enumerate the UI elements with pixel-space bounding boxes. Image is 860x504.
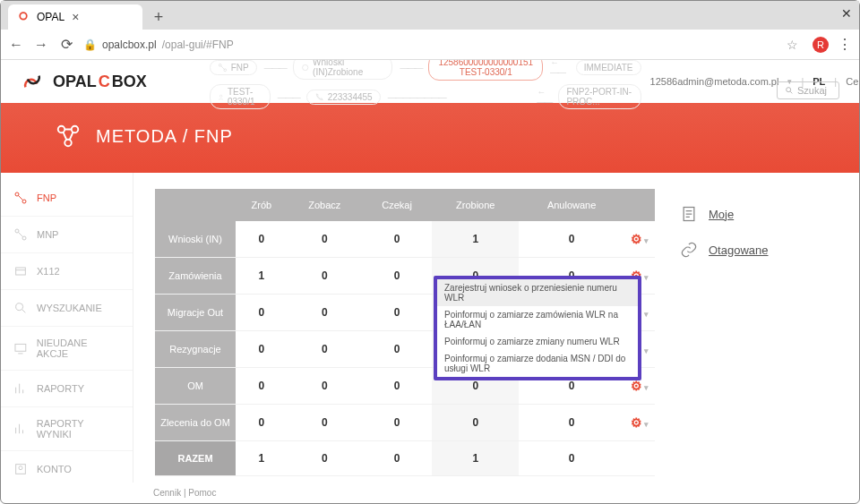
breadcrumb: FNP ——— Wnioski (IN)Zrobione ——— 1258600… [156,60,641,109]
app-header: OPALCBOX FNP ——— Wnioski (IN)Zrobione ——… [1,60,859,103]
sidebar-item-fnp[interactable]: FNP [1,180,133,217]
sidebar-icon [13,381,28,396]
module-icon [55,123,82,149]
gear-icon: ⚙▾ [631,415,649,430]
cell[interactable]: 0 [362,368,432,405]
cell[interactable]: 1 [236,258,288,295]
cell[interactable]: 0 [362,331,432,368]
window-close-icon[interactable]: ✕ [841,6,852,21]
cell[interactable]: 0 [362,221,432,258]
row-label: Wnioski (IN) [155,221,236,258]
sidebar-item-wyszukanie[interactable]: WYSZUKANIE [1,290,133,327]
url-host: opalcbox.pl [102,38,157,51]
sidebar-item-konto[interactable]: KONTO [1,451,133,483]
cell[interactable]: 0 [288,258,362,295]
chip-center[interactable]: 1258600000000000151TEST-0330/1 [428,60,543,81]
sidebar: FNPMNPX112WYSZUKANIENIEUDANE AKCJERAPORT… [1,173,133,483]
col-header: Zobacz [288,189,362,221]
sidebar-item-nieudane-akcje[interactable]: NIEUDANE AKCJE [1,327,133,371]
cell[interactable]: 0 [519,405,624,441]
cell[interactable]: 0 [288,331,362,368]
gear-icon: ⚙▾ [631,232,649,246]
otagowane-link[interactable]: Otagowane [676,232,838,268]
dropdown-item[interactable]: Poinformuj o zamiarze dodania MSN / DDI … [437,350,638,377]
sidebar-icon [13,462,28,476]
chip-wnioski[interactable]: Wnioski (IN)Zrobione [293,60,393,80]
col-header: Anulowane [519,189,624,221]
row-label: Migracje Out [155,295,236,331]
right-panel: Moje Otagowane [676,189,838,479]
tab-title: OPAL [37,11,64,23]
forward-icon[interactable]: → [33,37,49,53]
url-field[interactable]: 🔒 opalcbox.pl/opal-gui/#FNP [83,38,778,51]
svg-point-7 [64,140,72,147]
svg-point-16 [19,466,22,470]
cell: 0 [288,441,362,476]
cell[interactable]: 0 [432,405,519,441]
sidebar-icon [13,264,28,278]
sidebar-icon [13,191,28,205]
chip-phone[interactable]: 223334455 [306,90,381,105]
sidebar-icon [13,341,28,355]
dropdown-item[interactable]: Poinformuj o zamiarze zamówienia WLR na … [437,306,638,333]
browser-addressbar: ← → ⟳ 🔒 opalcbox.pl/opal-gui/#FNP ☆ R ⋮ [1,30,859,60]
moje-link[interactable]: Moje [676,196,838,232]
sidebar-item-raporty[interactable]: RAPORTY [1,371,133,407]
arrow-icon: ←—— [537,87,551,107]
svg-rect-12 [16,268,26,275]
row-actions[interactable]: ⚙▾ [624,221,655,258]
sidebar-icon [13,227,28,242]
sidebar-icon [13,422,28,436]
dropdown-item[interactable]: Zarejestruj wniosek o przeniesienie nume… [437,279,638,306]
sidebar-icon [13,301,28,315]
chip-immediate[interactable]: IMMEDIATE [576,60,641,75]
back-icon[interactable]: ← [8,37,24,53]
cell[interactable]: 0 [236,295,288,331]
col-header: Zrób [236,189,288,221]
bookmark-icon[interactable]: ☆ [787,38,798,52]
cennik-link[interactable]: Cennik [846,76,859,87]
cell[interactable]: 0 [236,405,288,441]
chip-test[interactable]: TEST-0330/1 [210,84,271,109]
cell[interactable]: 0 [288,221,362,258]
sidebar-item-raporty-wyniki[interactable]: RAPORTY WYNIKI [1,407,133,451]
cell[interactable]: 0 [236,221,288,258]
reload-icon[interactable]: ⟳ [58,36,74,53]
browser-menu-icon[interactable]: ⋮ [838,36,852,53]
cell[interactable]: 0 [236,368,288,405]
arrow-icon: ——— [264,63,286,73]
cell: 0 [362,441,432,476]
sidebar-item-mnp[interactable]: MNP [1,217,133,253]
cell[interactable]: 1 [432,221,519,258]
browser-tab[interactable]: OPAL × [8,4,142,30]
url-path: /opal-gui/#FNP [162,38,234,51]
cell[interactable]: 0 [288,368,362,405]
profile-avatar[interactable]: R [813,37,829,53]
cell[interactable]: 0 [362,295,432,331]
cell[interactable]: 0 [519,221,624,258]
cell[interactable]: 0 [236,331,288,368]
cell[interactable]: 0 [362,258,432,295]
row-label: RAZEM [155,441,236,476]
new-tab-button[interactable]: + [148,6,169,28]
row-actions[interactable]: ⚙▾ [624,405,655,441]
chip-fnp2[interactable]: FNP2-PORT-IN-PROC... [558,84,641,109]
page-banner: METODA / FNP [1,103,859,173]
sidebar-item-x112[interactable]: X112 [1,253,133,290]
cell[interactable]: 0 [362,405,432,441]
close-icon[interactable]: × [72,10,79,24]
search-input[interactable]: Szukaj [777,81,839,99]
row-label: Zamówienia [155,258,236,295]
svg-point-2 [302,64,307,70]
dropdown-item[interactable]: Poinformuj o zamiarze zmiany numeru WLR [437,333,638,350]
table-row: Wnioski (IN)00010⚙▾ [155,221,655,258]
cell[interactable]: 0 [288,295,362,331]
link-icon [680,241,698,259]
arrow-icon: ———————— [388,92,445,102]
cell[interactable]: 0 [288,405,362,441]
table-row: Zlecenia do OM00000⚙▾ [155,405,655,441]
logo[interactable]: OPALCBOX [15,72,147,91]
user-email[interactable]: 12586admin@metoda.com.pl [650,76,779,87]
browser-tabbar: OPAL × + ✕ [1,1,859,30]
chip-fnp[interactable]: FNP [210,60,257,75]
